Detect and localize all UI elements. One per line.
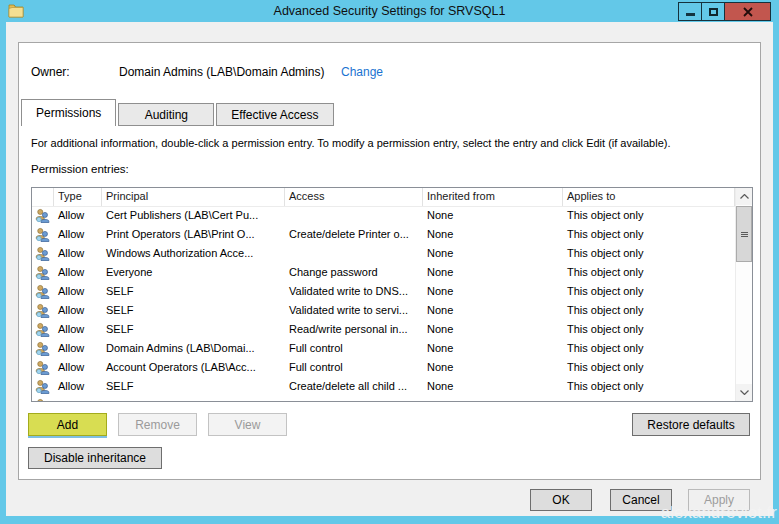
header-icon-column [32,188,54,206]
table-row[interactable]: AllowSELFCreate/delete all child ...None… [32,378,735,397]
type-cell: Allow [54,245,102,264]
tab-permissions[interactable]: Permissions [21,99,116,126]
principal-cell: SELF [102,378,285,397]
table-row[interactable]: AllowWindows Authorization Acce...NoneTh… [32,245,735,264]
access-cell: Change password [285,264,423,283]
principal-cell: Print Operators (LAB\Print O... [102,226,285,245]
access-cell [285,207,423,226]
owner-change-link[interactable]: Change [341,65,383,79]
inherited-from-cell: None [423,207,563,226]
minimize-icon [686,13,695,16]
view-button[interactable]: View [208,413,287,436]
restore-defaults-button[interactable]: Restore defaults [632,413,750,436]
permission-rows: AllowCert Publishers (LAB\Cert Pu...None… [32,207,752,402]
access-cell: Full control [285,359,423,378]
tab-effective-access[interactable]: Effective Access [216,103,333,126]
principal-cell: SELF [102,302,285,321]
owner-label: Owner: [31,65,70,79]
tab-auditing[interactable]: Auditing [118,103,214,126]
remove-button[interactable]: Remove [118,413,197,436]
table-row[interactable]: AllowCert Publishers (LAB\Cert Pu...None… [32,207,735,226]
inherited-from-cell: None [423,302,563,321]
vertical-scrollbar[interactable] [735,188,752,401]
maximize-icon [709,8,718,16]
scroll-up-button[interactable] [736,188,752,205]
group-icon [32,283,54,302]
access-cell: Validated write to servi... [285,302,423,321]
applies-to-cell: This object only [563,302,735,321]
group-icon [32,207,54,226]
advanced-security-settings-window: { "window": { "title": "Advanced Securit… [0,0,779,524]
group-icon [32,321,54,340]
permission-entries-table: Type Principal Access Inherited from App… [31,187,753,402]
table-row[interactable]: AllowDomain Admins (LAB\Domai...Full con… [32,340,735,359]
table-row[interactable]: AllowSELFRead/write personal in...NoneTh… [32,321,735,340]
access-cell: Create/delete all child ... [285,378,423,397]
applies-to-cell: This object only [563,226,735,245]
content-panel: Owner: Domain Admins (LAB\Domain Admins)… [18,42,761,480]
disable-inheritance-button[interactable]: Disable inheritance [28,447,162,469]
ok-button[interactable]: OK [530,489,592,511]
applies-to-cell: This object only [563,245,735,264]
type-cell: Allow [54,207,102,226]
group-icon [32,340,54,359]
header-type[interactable]: Type [54,188,102,206]
inherited-from-cell: None [423,321,563,340]
table-row[interactable]: AllowEveryoneChange passwordNoneThis obj… [32,264,735,283]
header-principal[interactable]: Principal [102,188,285,206]
access-cell [285,245,423,264]
table-row[interactable]: AllowSELFValidated write to DNS...NoneTh… [32,283,735,302]
inherited-from-cell: None [423,378,563,397]
title-bar[interactable]: Advanced Security Settings for SRVSQL1 [0,0,779,22]
group-icon [32,359,54,378]
principal-cell: Account Operators (LAB\Acc... [102,359,285,378]
header-applies-to[interactable]: Applies to [563,188,735,206]
permission-entries-label: Permission entries: [31,163,129,175]
scroll-down-button[interactable] [736,384,752,401]
tab-strip: Permissions Auditing Effective Access [21,98,336,126]
add-button[interactable]: Add [28,413,107,436]
type-cell: Allow [54,340,102,359]
scrollbar-thumb[interactable] [736,206,752,262]
table-row[interactable]: AllowSELFValidated write to servi...None… [32,302,735,321]
type-cell: Allow [54,226,102,245]
type-cell: Allow [54,378,102,397]
access-cell: Create/delete Printer o... [285,226,423,245]
table-row[interactable]: AllowPrint Operators (LAB\Print O...Crea… [32,226,735,245]
minimize-button[interactable] [678,2,702,21]
owner-value: Domain Admins (LAB\Domain Admins) [119,65,324,79]
type-cell: Allow [54,321,102,340]
thumb-grip [741,232,748,233]
principal-cell: Windows Authorization Acce... [102,245,285,264]
inherited-from-cell: None [423,226,563,245]
access-cell: Full control [285,340,423,359]
applies-to-cell: This object only [563,264,735,283]
type-cell: Allow [54,359,102,378]
applies-to-cell: This object only [563,378,735,397]
inherited-from-cell: None [423,359,563,378]
principal-cell: Everyone [102,264,285,283]
applies-to-cell: This object only [563,340,735,359]
header-inherited-from[interactable]: Inherited from [423,188,563,206]
watermark: alexandreviot.fr [661,503,777,523]
applies-to-cell: This object only [563,321,735,340]
maximize-button[interactable] [701,2,725,21]
close-button[interactable] [724,2,771,21]
group-icon [32,397,54,402]
applies-to-cell: This object only [563,283,735,302]
header-access[interactable]: Access [285,188,423,206]
dialog-body: Owner: Domain Admins (LAB\Domain Admins)… [6,22,773,516]
close-icon [743,7,753,17]
principal-cell: Domain Admins (LAB\Domai... [102,340,285,359]
table-row[interactable]: AllowAccount Operators (LAB\Acc...Full c… [32,359,735,378]
inherited-from-cell: None [423,245,563,264]
folder-icon[interactable] [8,3,24,18]
access-cell: Read/write personal in... [285,321,423,340]
table-row[interactable] [32,397,735,402]
chevron-up-icon [740,194,749,199]
principal-cell: SELF [102,321,285,340]
group-icon [32,302,54,321]
window-title: Advanced Security Settings for SRVSQL1 [0,4,779,18]
type-cell: Allow [54,283,102,302]
type-cell: Allow [54,302,102,321]
